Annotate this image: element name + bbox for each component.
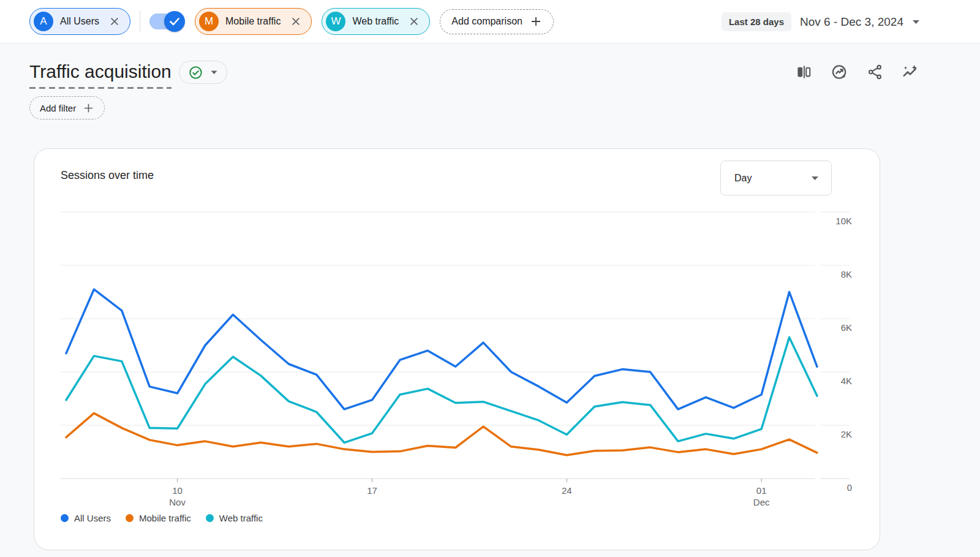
legend-dot-icon bbox=[126, 514, 134, 522]
legend-item: Mobile traffic bbox=[126, 513, 191, 523]
chip-divider bbox=[140, 10, 140, 32]
trend-sparkle-icon[interactable] bbox=[902, 64, 919, 80]
share-icon[interactable] bbox=[867, 64, 883, 80]
chart-legend: All UsersMobile trafficWeb traffic bbox=[61, 513, 263, 523]
add-comparison-button[interactable]: Add comparison bbox=[440, 9, 554, 34]
caret-down-icon bbox=[211, 70, 217, 75]
remove-comparison-button[interactable] bbox=[407, 15, 421, 28]
x-axis-tick-label: 10Nov bbox=[150, 485, 205, 508]
close-icon bbox=[409, 16, 420, 27]
y-axis-tick-label: 0 bbox=[820, 482, 852, 493]
legend-dot-icon bbox=[61, 514, 69, 522]
comparison-chip-web-traffic[interactable]: W Web traffic bbox=[322, 8, 430, 35]
legend-item: All Users bbox=[61, 513, 111, 523]
comparison-chip-label: Mobile traffic bbox=[225, 16, 281, 27]
legend-dot-icon bbox=[206, 514, 214, 522]
y-axis-tick-label: 2K bbox=[820, 429, 852, 439]
all-users-avatar: A bbox=[34, 12, 53, 31]
comparison-chip-label: Web traffic bbox=[352, 16, 399, 27]
add-filter-label: Add filter bbox=[40, 103, 76, 113]
verified-check-icon bbox=[189, 66, 203, 80]
plus-icon bbox=[83, 102, 94, 114]
comparison-chip-all-users[interactable]: A All Users bbox=[29, 8, 130, 35]
insights-icon[interactable] bbox=[831, 64, 848, 80]
legend-label: All Users bbox=[74, 513, 111, 523]
add-filter-button[interactable]: Add filter bbox=[29, 96, 105, 119]
report-status-menu[interactable] bbox=[179, 61, 227, 84]
date-range-picker[interactable]: Last 28 days Nov 6 - Dec 3, 2024 bbox=[722, 0, 920, 44]
web-traffic-avatar: W bbox=[326, 12, 345, 31]
check-icon bbox=[170, 18, 179, 26]
date-range-text: Nov 6 - Dec 3, 2024 bbox=[800, 15, 903, 29]
close-icon bbox=[290, 16, 301, 27]
add-comparison-label: Add comparison bbox=[451, 16, 522, 27]
y-axis-tick-label: 10K bbox=[820, 216, 852, 226]
caret-down-icon bbox=[912, 20, 920, 25]
comparison-chip-mobile-traffic[interactable]: M Mobile traffic bbox=[195, 8, 312, 35]
compare-reports-icon[interactable] bbox=[796, 64, 812, 80]
legend-label: Web traffic bbox=[219, 513, 263, 523]
mobile-traffic-avatar: M bbox=[199, 12, 219, 31]
legend-item: Web traffic bbox=[206, 513, 263, 523]
remove-comparison-button[interactable] bbox=[108, 15, 121, 28]
x-axis-tick-label: 17 bbox=[344, 485, 399, 496]
legend-label: Mobile traffic bbox=[139, 513, 191, 523]
sessions-over-time-card: Sessions over time Day 10K8K6K4K2K0 10No… bbox=[34, 148, 880, 550]
comparison-bar: A All Users M Mobile traffic W Web traff… bbox=[0, 0, 980, 44]
comparison-toggle[interactable] bbox=[149, 11, 185, 32]
report-toolbar bbox=[796, 64, 919, 80]
x-axis-tick-label: 24 bbox=[539, 485, 594, 496]
comparison-chip-label: All Users bbox=[60, 16, 99, 27]
report-header: Traffic acquisition bbox=[29, 60, 227, 89]
toggle-thumb bbox=[164, 11, 185, 32]
close-icon bbox=[109, 16, 120, 27]
x-axis-tick-label: 01Dec bbox=[734, 485, 789, 508]
remove-comparison-button[interactable] bbox=[289, 15, 303, 28]
plus-icon bbox=[530, 15, 542, 28]
y-axis-tick-label: 6K bbox=[820, 322, 852, 333]
page-title: Traffic acquisition bbox=[29, 60, 172, 89]
date-range-preset-badge: Last 28 days bbox=[722, 12, 791, 31]
y-axis-tick-label: 4K bbox=[820, 376, 852, 386]
y-axis-tick-label: 8K bbox=[820, 269, 852, 279]
